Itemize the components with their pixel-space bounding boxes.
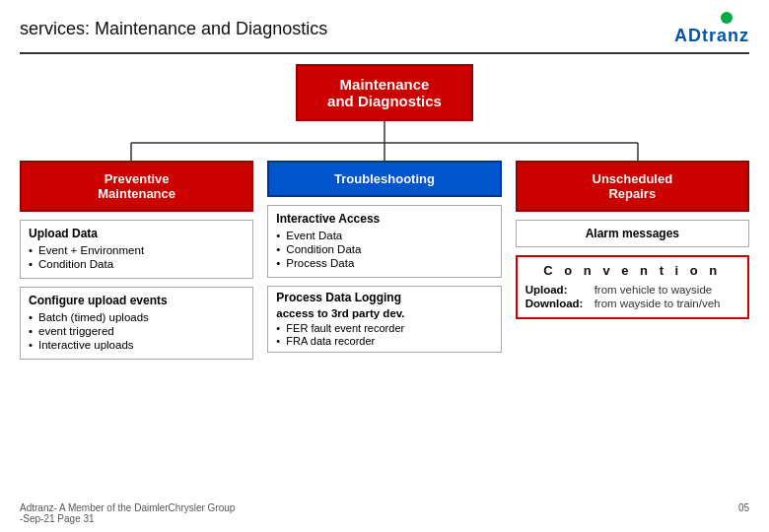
process-data-box: Process Data Logging access to 3rd party… (267, 286, 501, 353)
list-item: Event Data (276, 230, 492, 241)
process-data-title: Process Data Logging (276, 291, 492, 304)
page-title: services: Maintenance and Diagnostics (20, 19, 327, 39)
cat-preventive-maintenance: Preventive Maintenance (20, 161, 253, 212)
upload-row: Upload: from vehicle to wayside (525, 284, 739, 296)
cat-unscheduled-line1: Unscheduled (593, 171, 673, 186)
cat-preventive-line1: Preventive (105, 171, 170, 186)
list-item: FER fault event recorder (276, 322, 492, 334)
footer-right: 05 (738, 502, 749, 524)
top-node: Maintenance and Diagnostics (296, 64, 473, 121)
configure-upload-list: Batch (timed) uploads event triggered In… (29, 311, 245, 351)
logo-text: ADtranz (674, 26, 749, 46)
interactive-access-title: Interactive Access (276, 212, 492, 226)
interactive-access-box: Interactive Access Event Data Condition … (267, 205, 501, 278)
col-troubleshooting: Troubleshooting Interactive Access Event… (267, 161, 501, 360)
download-row: Download: from wayside to train/veh (525, 298, 739, 309)
list-item: Process Data (276, 257, 492, 269)
cat-troubleshooting-label: Troubleshooting (334, 171, 435, 186)
configure-upload-box: Configure upload events Batch (timed) up… (20, 287, 253, 360)
download-value: from wayside to train/veh (594, 298, 721, 309)
upload-value: from vehicle to wayside (594, 284, 713, 296)
interactive-access-list: Event Data Condition Data Process Data (276, 230, 492, 269)
top-node-line2: and Diagnostics (327, 93, 442, 109)
footer-left: Adtranz- A Member of the DaimlerChrysler… (20, 502, 235, 524)
access-title: access to 3rd party dev. (276, 307, 492, 319)
col-unscheduled: Unscheduled Repairs Alarm messages C o n… (516, 161, 749, 360)
download-label: Download: (525, 298, 594, 309)
configure-upload-title: Configure upload events (29, 294, 245, 307)
cat-preventive-line2: Maintenance (98, 186, 175, 201)
footer: Adtranz- A Member of the DaimlerChrysler… (20, 502, 749, 524)
cat-unscheduled-repairs: Unscheduled Repairs (516, 161, 749, 212)
list-item: Batch (timed) uploads (29, 311, 245, 323)
list-item: Interactive uploads (29, 339, 245, 351)
connector-lines (20, 121, 749, 161)
top-node-container: Maintenance and Diagnostics (20, 64, 749, 121)
convention-title: C o n v e n t i o n (525, 263, 739, 278)
list-item: Condition Data (29, 258, 245, 270)
upload-data-list: Event + Environment Condition Data (29, 244, 245, 270)
three-columns: Preventive Maintenance Upload Data Event… (20, 161, 749, 360)
list-item: FRA data recorder (276, 335, 492, 347)
alarm-messages-label: Alarm messages (586, 227, 679, 240)
list-item: Condition Data (276, 243, 492, 255)
logo-dot (721, 12, 733, 24)
logo-area: ADtranz (674, 12, 749, 46)
header-divider (20, 52, 749, 54)
list-item: event triggered (29, 325, 245, 337)
convention-box: C o n v e n t i o n Upload: from vehicle… (516, 255, 749, 319)
upload-data-box: Upload Data Event + Environment Conditio… (20, 220, 253, 279)
upload-data-title: Upload Data (29, 227, 245, 240)
upload-label: Upload: (525, 284, 594, 296)
cat-unscheduled-line2: Repairs (608, 186, 656, 201)
top-node-line1: Maintenance (340, 76, 430, 93)
list-item: Event + Environment (29, 244, 245, 256)
main-content: Maintenance and Diagnostics Preventive M… (0, 64, 769, 360)
alarm-messages-box: Alarm messages (516, 220, 749, 247)
col-preventive: Preventive Maintenance Upload Data Event… (20, 161, 253, 360)
cat-troubleshooting: Troubleshooting (267, 161, 501, 197)
header: services: Maintenance and Diagnostics AD… (0, 0, 769, 52)
access-list: FER fault event recorder FRA data record… (276, 322, 492, 347)
